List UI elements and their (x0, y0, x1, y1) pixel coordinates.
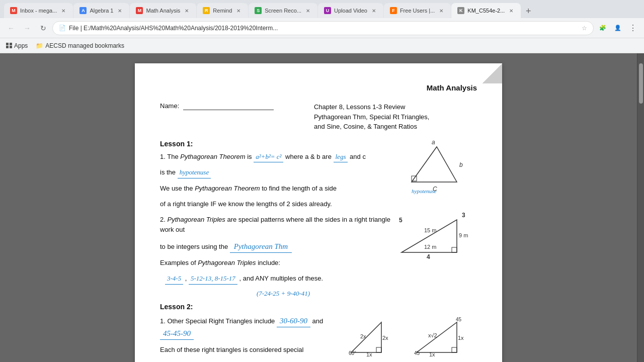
l2-q1-line2: Each of these right triangles is conside… (160, 345, 346, 355)
q1-legs-blank: legs (334, 152, 348, 163)
tab-bar: M Inbox - mega... ✕ A Algebra 1 ✕ M Math… (0, 0, 644, 18)
nav-icons: 🧩 👤 ⋮ (596, 21, 640, 35)
tab-uploadvideo-close[interactable]: ✕ (370, 7, 377, 14)
q2-triple1-blank: 3-4-5 (165, 274, 183, 285)
scrollbar[interactable] (637, 53, 644, 362)
l2-q1-45-text: 45-45-90 (163, 329, 191, 337)
q2-to-be: to be integers using the (160, 243, 230, 250)
q2-triples-line: 3-4-5 , 5-12-13, 8-15-17 , and ANY multi… (165, 274, 396, 285)
apps-grid-icon (6, 43, 12, 49)
tab-mathanalysis-close[interactable]: ✕ (183, 7, 190, 14)
q1-formula-text: a²+b²= c² (256, 153, 281, 160)
triangle-label-a: a (432, 139, 435, 146)
q1-hyp-text: hypotenuse (180, 168, 209, 176)
q1-num: 1. The (160, 153, 180, 160)
tab-km-label: KM_C554e-2... (467, 8, 505, 14)
algebra-favicon: A (79, 7, 87, 14)
q2-sub-text: (7-24-25 + 9-40-41) (257, 290, 310, 297)
l2-q1-prefix: 1. Other Special Right Triangles include (160, 317, 275, 325)
tab-algebra-close[interactable]: ✕ (116, 7, 123, 14)
triple-num3: 3 (462, 212, 465, 219)
angle-45-r: 45 (456, 317, 462, 322)
address-text: File | E:/Math%20Analysis/AHS%20Math%20A… (69, 25, 579, 32)
nav-bar: ← → ↻ 📄 File | E:/Math%20Analysis/AHS%20… (0, 18, 644, 38)
q2-sub-line: (7-24-25 + 9-40-41) (170, 290, 396, 298)
tab-algebra[interactable]: A Algebra 1 ✕ (73, 3, 129, 18)
lock-icon: 📄 (59, 25, 66, 31)
tab-gmail-close[interactable]: ✕ (60, 7, 67, 14)
new-tab-button[interactable]: + (521, 4, 535, 18)
q2-italic: Pythagorean Triples (167, 216, 225, 223)
l2-q1-30-text: 30-60-90 (280, 317, 307, 325)
apps-bookmark[interactable]: Apps (4, 41, 30, 50)
content-area: Math Analysis Name: Chapter 8, Lessons 1… (0, 53, 644, 362)
reload-button[interactable]: ↻ (36, 21, 50, 35)
q2-triple1-text: 3-4-5 (167, 275, 181, 282)
q1-line3: We use the Pythagorean Theorem to find t… (160, 184, 396, 194)
svg-marker-4 (351, 322, 381, 352)
name-section: Name: (160, 102, 274, 110)
remind-favicon: R (203, 7, 210, 14)
tab-freeusers[interactable]: F Free Users |... ✕ (384, 3, 451, 18)
q2-comma1: , (185, 275, 189, 282)
q2-row: 2. Pythagorean Triples are special patte… (160, 215, 477, 298)
tab-km-close[interactable]: ✕ (508, 7, 515, 14)
pdf-page: Math Analysis Name: Chapter 8, Lessons 1… (135, 63, 502, 362)
angle-60: 60° (349, 350, 356, 356)
label-2x-r: 2x (382, 335, 388, 341)
label-1x-l: 1x (366, 351, 372, 357)
lesson2-title: Lesson 2: (160, 303, 477, 311)
right-triangle-diagram: a b hypotenuse C (396, 137, 477, 194)
q1-is: is (247, 153, 254, 160)
q1-to-find: to find the length of a side (262, 185, 337, 192)
tab-screenrec[interactable]: S Screen Reco... ✕ (249, 3, 317, 18)
aecsd-bookmark[interactable]: 📁 AECSD managed bookmarks (34, 41, 126, 50)
q1-and-c: and c (350, 153, 366, 160)
q1-italic: Pythagorean Theorem (180, 153, 245, 160)
q1-content: 1. The Pythagorean Theorem is a²+b²= c² … (160, 152, 396, 215)
tab-km[interactable]: K KM_C554e-2... ✕ (451, 3, 521, 18)
tab-remind[interactable]: R Remind ✕ (197, 3, 248, 18)
tab-remind-close[interactable]: ✕ (235, 7, 242, 14)
q2-triple2-blank: 5-12-13, 8-15-17 (189, 274, 237, 285)
triple-triangle-svg: 12 m 9 m 15 m 5 3 4 (396, 210, 477, 260)
scrollbar-thumb[interactable] (639, 63, 643, 104)
tab-freeusers-close[interactable]: ✕ (438, 7, 445, 14)
more-button[interactable]: ⋮ (626, 21, 640, 35)
q2-triple2-text: 5-12-13, 8-15-17 (191, 275, 235, 282)
chapter-line3: and Sine, Cosine, & Tangent Ratios (314, 122, 430, 132)
profile-button[interactable]: 👤 (611, 21, 625, 35)
svg-rect-5 (376, 347, 381, 352)
l2-q1-45-blank: 45-45-90 (160, 327, 194, 340)
q1-line2: is the hypotenuse (160, 167, 396, 178)
angle-45-l: 45 (414, 350, 420, 356)
q1-hyp-blank: hypotenuse (178, 167, 211, 178)
q1-we-use: We use the (160, 185, 195, 192)
extensions-button[interactable]: 🧩 (596, 21, 610, 35)
l2-q1-30-blank: 30-60-90 (277, 315, 310, 327)
label-1x-45-v: 1x (458, 335, 464, 341)
special-triangles-diagram: 60° 1x 2x 2x 45 45 1x 1x x√2 (346, 317, 477, 359)
name-line (183, 102, 274, 110)
tab-uploadvideo-label: Upload Video (334, 8, 367, 14)
address-bar[interactable]: 📄 File | E:/Math%20Analysis/AHS%20Math%2… (52, 21, 594, 35)
tab-screenrec-close[interactable]: ✕ (304, 7, 311, 14)
svg-rect-3 (452, 247, 457, 252)
tab-algebra-label: Algebra 1 (90, 8, 113, 14)
tab-mathanalysis-label: Math Analysis (146, 8, 180, 14)
l2-q1-content: 1. Other Special Right Triangles include… (160, 315, 346, 362)
q2-line3: Examples of Pythagorean Triples include: (160, 258, 396, 268)
name-chapter-row: Name: Chapter 8, Lessons 1-3 Review Pyth… (160, 102, 477, 132)
bookmarks-bar: Apps 📁 AECSD managed bookmarks (0, 38, 644, 53)
q1-italic2: Pythagorean Theorem (195, 185, 260, 192)
back-button[interactable]: ← (4, 21, 18, 35)
chapter-section: Chapter 8, Lessons 1-3 Review Pythagorea… (314, 102, 430, 132)
km-favicon: K (457, 7, 464, 14)
q2-content: 2. Pythagorean Triples are special patte… (160, 215, 396, 298)
tab-mathanalysis[interactable]: M Math Analysis ✕ (130, 3, 196, 18)
tab-uploadvideo[interactable]: U Upload Video ✕ (318, 3, 383, 18)
tab-gmail[interactable]: M Inbox - mega... ✕ (4, 3, 73, 18)
forward-button[interactable]: → (20, 21, 34, 35)
q2-thm-blank: Pythagorean Thm (230, 240, 292, 253)
name-label: Name: (160, 102, 179, 110)
